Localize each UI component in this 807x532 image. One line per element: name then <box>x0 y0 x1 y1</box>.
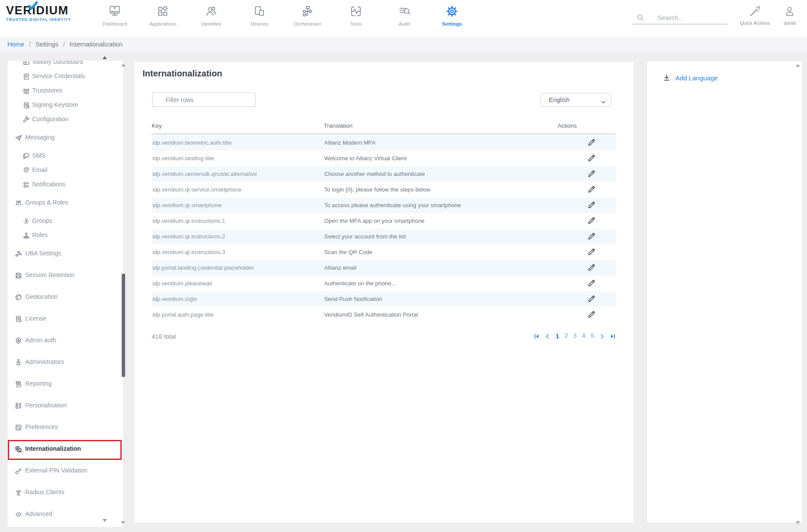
user-icon <box>784 5 796 17</box>
sidebar-item-service-credentials[interactable]: Service Credentials <box>8 70 123 82</box>
edit-translation-button[interactable] <box>586 216 597 226</box>
sidebar-item-messaging[interactable]: Messaging <box>8 131 123 143</box>
edit-translation-button[interactable] <box>586 138 597 148</box>
edit-translation-button[interactable] <box>586 185 597 195</box>
nav-item-devices[interactable]: Devices <box>239 5 280 26</box>
sidebar-item-preferences[interactable]: Preferences <box>8 421 123 433</box>
app-grid-icon <box>156 5 169 18</box>
panel-dots-icon <box>15 423 22 430</box>
pagination-next-button[interactable] <box>599 333 605 339</box>
edit-translation-button[interactable] <box>586 278 597 289</box>
nav-item-label: Audit <box>383 21 425 26</box>
sidebar-item-groups-roles[interactable]: Groups & Roles <box>8 196 123 208</box>
edit-translation-button[interactable] <box>586 294 597 304</box>
pagination-page-4[interactable]: 4 <box>582 332 585 339</box>
sidebar-scroll-down-icon[interactable] <box>103 519 107 522</box>
pagination-page-5[interactable]: 5 <box>591 332 594 339</box>
edit-translation-button[interactable] <box>586 169 597 179</box>
floppy-icon <box>15 271 22 278</box>
breadcrumb-home[interactable]: Home <box>7 41 24 48</box>
search-input[interactable] <box>632 11 727 24</box>
pagination-page-1[interactable]: 1 <box>555 332 559 340</box>
sidebar-item-geolocation[interactable]: Geolocation <box>8 291 123 303</box>
sidebar-item-label: Roles <box>32 229 48 241</box>
sidebar-item-radius-clients[interactable]: Radius Clients <box>8 486 123 498</box>
pagination-page-3[interactable]: 3 <box>573 332 577 339</box>
sidebar-item-label: Geolocation <box>25 291 58 303</box>
nav-item-label: Tools <box>335 21 377 26</box>
sidebar-item-label: Messaging <box>25 131 55 143</box>
sidebar-item-roles[interactable]: Roles <box>8 229 123 241</box>
nav-item-dashboard[interactable]: Dashboard <box>94 5 136 26</box>
pagination-page-2[interactable]: 2 <box>565 332 568 339</box>
sidebar-item-label: Service Credentials <box>32 70 85 82</box>
sidebar-item-internationalization[interactable]: Internationalization <box>8 443 123 455</box>
add-language-button[interactable]: Add Language <box>663 71 718 84</box>
pencil-icon <box>587 310 596 319</box>
sidebar-item-advanced[interactable]: Advanced <box>8 508 123 520</box>
sidebar-item-signing-keystore[interactable]: Signing Keystore <box>8 99 123 111</box>
table-row: idp.veridium.biometric.auth.titleAllianz… <box>152 135 616 151</box>
pencil-icon <box>587 279 596 287</box>
pulse-box-icon <box>349 5 362 18</box>
nav-item-orchestrator[interactable]: Orchestrator <box>287 5 329 26</box>
sidebar-item-label: Reporting <box>25 377 52 390</box>
nav-item-settings[interactable]: Settings <box>431 5 473 26</box>
language-select[interactable]: English <box>540 93 611 107</box>
nav-item-tools[interactable]: Tools <box>335 5 377 26</box>
nav-item-audit[interactable]: Audit <box>383 5 425 26</box>
user-menu[interactable]: david <box>777 5 803 26</box>
sidebar-item-personalisation[interactable]: Personalisation <box>8 399 123 411</box>
sidebar-item-sms[interactable]: SMS <box>8 149 123 162</box>
sidebar-item-notifications[interactable]: Notifications <box>8 178 123 190</box>
gear-icon <box>445 5 458 18</box>
user-label: david <box>777 20 803 26</box>
sidebar-item-license[interactable]: License <box>8 312 123 324</box>
sidebar-item-session-retention[interactable]: Session Retention <box>8 269 123 281</box>
content-scroll-up-icon[interactable] <box>121 63 126 66</box>
sidebar-scroll-up-icon[interactable] <box>103 56 107 59</box>
table-row: idp.veridium.qr.instructions.1Open the M… <box>152 213 616 229</box>
flowchart-icon <box>301 5 314 18</box>
row-translation: Choose another method to authenticate <box>324 166 425 182</box>
people-icon <box>205 5 218 18</box>
column-header-key: Key <box>152 122 162 130</box>
nav-item-identities[interactable]: Identities <box>190 5 232 26</box>
table-row: idp.veridium.loginSend Push Notification <box>152 291 616 307</box>
sidebar-item-groups[interactable]: Groups <box>8 215 123 227</box>
sidebar-item-administrators[interactable]: Administrators <box>8 356 123 368</box>
wand-icon <box>749 5 761 17</box>
key-icon <box>15 466 22 474</box>
breadcrumb-settings[interactable]: Settings <box>36 41 58 48</box>
panel-scroll-up-icon[interactable] <box>796 64 800 67</box>
pagination-prev-button[interactable] <box>545 333 550 339</box>
edit-translation-button[interactable] <box>586 231 597 242</box>
sidebar-item-reporting[interactable]: Reporting <box>8 377 123 390</box>
sidebar-item-admin-auth[interactable]: Admin auth <box>8 334 123 346</box>
sidebar-item-truststores[interactable]: Truststores <box>8 84 123 96</box>
row-translation: VeridiumID Self Authentication Portal <box>324 307 418 323</box>
edit-translation-button[interactable] <box>586 153 597 164</box>
filter-rows-input[interactable] <box>152 93 256 107</box>
edit-translation-button[interactable] <box>586 310 597 320</box>
sidebar-item-label: Email <box>32 164 47 176</box>
edit-translation-button[interactable] <box>586 263 597 273</box>
pencil-icon <box>587 248 596 256</box>
quick-actions-button[interactable]: Quick Actions <box>735 5 774 26</box>
edit-translation-button[interactable] <box>586 247 597 258</box>
sidebar-item-email[interactable]: @Email <box>8 164 123 176</box>
sidebar-item-external-pin-validation[interactable]: External PIN Validation <box>8 464 123 476</box>
pagination-first-button[interactable] <box>534 333 539 339</box>
sidebar-item-validity-dashboard[interactable]: Validity Dashboard <box>8 61 123 68</box>
pagination-last-button[interactable] <box>610 333 616 339</box>
edit-translation-button[interactable] <box>586 200 597 211</box>
globe-icon <box>15 293 22 300</box>
paper-plane-icon <box>15 133 22 141</box>
panel-scroll-down-icon[interactable] <box>796 521 800 524</box>
sidebar-scrollbar-thumb[interactable] <box>122 274 125 377</box>
content-scroll-down-icon[interactable] <box>121 521 125 524</box>
nav-item-applications[interactable]: Applications <box>142 5 184 26</box>
sidebar-item-uba-settings[interactable]: UBA Settings <box>8 247 123 259</box>
sidebar-item-configuration[interactable]: Configuration <box>8 113 123 125</box>
veridium-logo[interactable]: VERIDIUM TRUSTED DIGITAL IDENTITY <box>6 4 84 22</box>
